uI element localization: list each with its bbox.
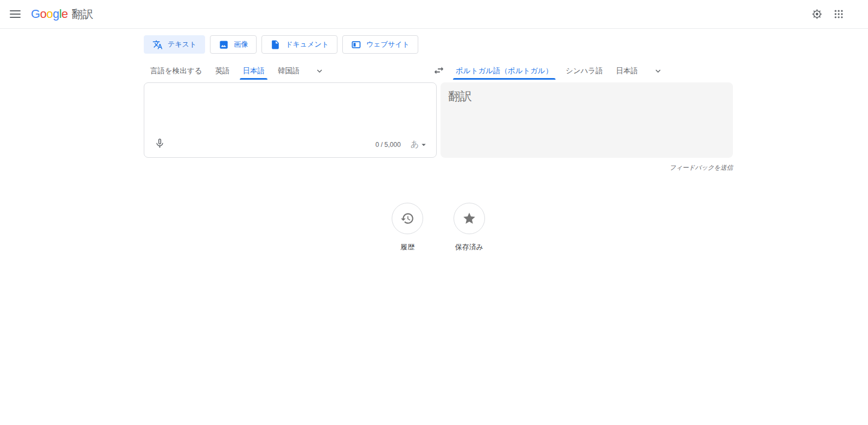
feedback-row: フィードバックを送信 — [144, 162, 733, 170]
input-tool-caret-icon — [419, 140, 429, 150]
logo-letter: e — [61, 7, 68, 21]
translate-mode-tabs: テキスト 画像 ドキュメント ウェブサイト — [144, 35, 733, 54]
char-counter: 0 / 5,000 — [375, 141, 401, 149]
target-language-tab[interactable]: シンハラ語 — [559, 62, 610, 80]
chevron-down-icon — [315, 66, 324, 76]
google-wordmark: Google — [31, 7, 68, 21]
source-panel-controls: 0 / 5,000 あ — [375, 138, 430, 151]
gear-icon — [811, 8, 823, 20]
google-logo[interactable]: Google 翻訳 — [31, 7, 93, 22]
logo-letter: o — [40, 7, 47, 21]
send-feedback-link[interactable]: フィードバックを送信 — [669, 164, 733, 171]
source-text-input[interactable] — [153, 89, 427, 131]
tab-image[interactable]: 画像 — [210, 35, 257, 54]
source-language-tab[interactable]: 英語 — [208, 62, 236, 80]
mode-tab-label: テキスト — [168, 40, 196, 49]
history-icon — [400, 211, 414, 226]
mic-button[interactable] — [150, 133, 169, 153]
language-bar: 言語を検出する 英語 日本語 韓国語 ポルトガル語（ポルトガル） シンハラ語 日 — [144, 62, 733, 80]
mode-tab-label: ドキュメント — [285, 40, 329, 49]
mode-tab-label: ウェブサイト — [366, 40, 410, 49]
hamburger-icon — [10, 10, 21, 18]
image-icon — [219, 40, 229, 50]
saved-button[interactable]: 保存済み — [454, 203, 485, 252]
detect-language-tab[interactable]: 言語を検出する — [144, 62, 208, 80]
app-header: Google 翻訳 — [0, 0, 868, 29]
source-language-tabs: 言語を検出する 英語 日本語 韓国語 — [144, 62, 330, 80]
translation-placeholder: 翻訳 — [448, 88, 472, 105]
shortcut-label: 履歴 — [400, 242, 414, 252]
shortcut-buttons: 履歴 保存済み — [144, 203, 733, 252]
history-button[interactable]: 履歴 — [392, 203, 423, 252]
saved-circle — [454, 203, 485, 234]
source-language-tab[interactable]: 日本語 — [236, 62, 271, 80]
chevron-down-icon — [653, 66, 663, 76]
translation-output-panel: 翻訳 — [441, 82, 733, 158]
mode-tab-label: 画像 — [234, 40, 248, 49]
settings-button[interactable] — [806, 3, 828, 25]
source-language-tab[interactable]: 韓国語 — [271, 62, 307, 80]
target-language-tab[interactable]: 日本語 — [609, 62, 644, 80]
swap-arrows-icon — [433, 65, 445, 76]
menu-button[interactable] — [4, 3, 26, 25]
tab-website[interactable]: ウェブサイト — [342, 35, 418, 54]
product-title: 翻訳 — [72, 7, 93, 22]
apps-grid-icon — [833, 9, 844, 20]
translate-icon — [152, 40, 163, 50]
target-language-tabs: ポルトガル語（ポルトガル） シンハラ語 日本語 — [449, 62, 668, 80]
target-language-tab[interactable]: ポルトガル語（ポルトガル） — [449, 62, 559, 80]
star-icon — [462, 211, 476, 226]
input-tool-label: あ — [411, 139, 419, 150]
page: Google 翻訳 — [0, 0, 868, 425]
shortcut-label: 保存済み — [455, 242, 483, 252]
history-circle — [392, 203, 423, 234]
apps-grid-button[interactable] — [828, 3, 850, 25]
target-language-dropdown-button[interactable] — [648, 62, 668, 80]
logo-letter: o — [46, 7, 53, 21]
logo-letter: g — [53, 7, 59, 21]
main: テキスト 画像 ドキュメント ウェブサイト — [144, 35, 733, 252]
translation-panels: 0 / 5,000 あ 翻訳 — [144, 82, 733, 158]
source-language-dropdown-button[interactable] — [309, 62, 330, 80]
tab-text[interactable]: テキスト — [144, 35, 205, 54]
swap-languages-button[interactable] — [428, 60, 450, 81]
source-text-panel: 0 / 5,000 あ — [144, 82, 437, 158]
input-tool-button[interactable]: あ — [410, 138, 430, 151]
document-icon — [270, 40, 280, 50]
tab-document[interactable]: ドキュメント — [261, 35, 337, 54]
logo-letter: G — [31, 7, 40, 21]
mic-icon — [154, 138, 165, 149]
website-icon — [351, 40, 361, 50]
